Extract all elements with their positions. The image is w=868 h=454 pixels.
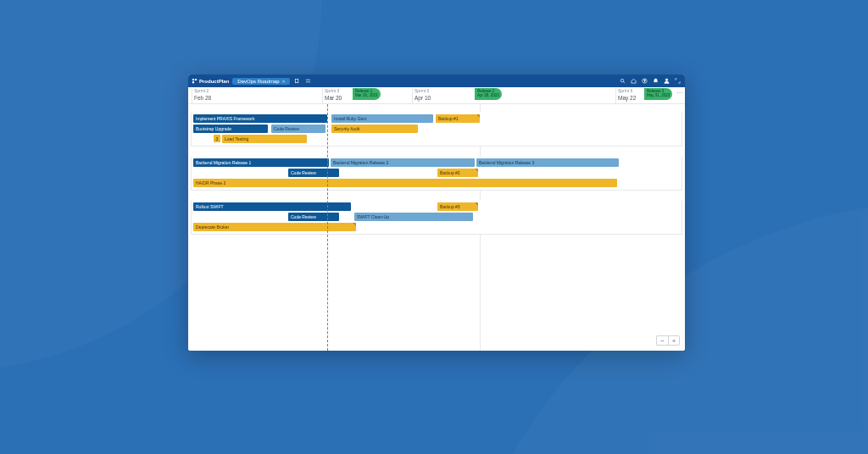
roadmap-bar[interactable]: Backend Migration Release 3 bbox=[476, 158, 619, 167]
zoom-control: − + bbox=[656, 335, 680, 346]
app-window: ProductPlan DevOps Roadmap × ? ⋯ Sprint … bbox=[188, 75, 685, 351]
roadmap-label: DevOps Roadmap bbox=[237, 79, 279, 84]
roadmap-bar[interactable]: Code Review bbox=[271, 125, 326, 133]
chevron-down-icon: ▾ bbox=[191, 106, 193, 112]
help-icon[interactable]: ? bbox=[641, 77, 648, 85]
header-options-icon[interactable]: ⋯ bbox=[676, 89, 683, 97]
roadmap-bar[interactable]: Install Ruby Gem bbox=[331, 114, 433, 123]
roadmap-bar[interactable]: Bootstrap Upgrade bbox=[193, 125, 268, 133]
roadmap-bar[interactable]: Security Audit bbox=[331, 125, 418, 133]
bell-icon[interactable] bbox=[652, 77, 659, 85]
brand-label: ProductPlan bbox=[199, 79, 229, 84]
timeline-header: ⋯ Sprint 2Feb 28Sprint 3Mar 20Sprint 5Ap… bbox=[188, 87, 685, 104]
section-group: Backend Migration Release 1Backend Migra… bbox=[191, 157, 682, 191]
timeline-tick: Sprint 3Mar 20 bbox=[322, 88, 342, 103]
release-marker[interactable]: Release 3May 31, 2023 bbox=[644, 88, 672, 100]
roadmap-bar[interactable]: Deprecate Broker bbox=[193, 223, 356, 231]
roadmap-bar[interactable]: Load Testing bbox=[222, 135, 307, 143]
roadmap-bar[interactable]: Backup #1 bbox=[436, 114, 480, 123]
user-icon[interactable] bbox=[663, 77, 670, 85]
timeline-tick: Sprint 9May 22 bbox=[615, 88, 636, 103]
logo-icon bbox=[192, 78, 198, 84]
roadmap-bar[interactable]: Backend Migration Release 1 bbox=[193, 158, 329, 167]
count-badge[interactable]: 3 bbox=[214, 135, 220, 142]
roadmap-bar[interactable]: Backend Migration Release 2 bbox=[331, 158, 475, 167]
top-bar: ProductPlan DevOps Roadmap × ? bbox=[188, 75, 685, 87]
roadmap-pill[interactable]: DevOps Roadmap × bbox=[232, 78, 290, 85]
section-header[interactable]: ▾Product 1 bbox=[188, 104, 685, 113]
zoom-out-button[interactable]: − bbox=[656, 335, 668, 346]
home-icon[interactable] bbox=[630, 77, 637, 85]
release-marker[interactable]: Release 2Apr 28, 2023 bbox=[475, 88, 502, 100]
copy-icon[interactable] bbox=[293, 77, 301, 85]
svg-rect-0 bbox=[296, 79, 299, 82]
roadmap-bar[interactable]: Implement PRAXIS Framework bbox=[193, 114, 327, 123]
chevron-down-icon: ▾ bbox=[191, 150, 193, 156]
roadmap-bar[interactable]: Rollout SWIFT bbox=[193, 202, 351, 211]
svg-point-1 bbox=[620, 79, 624, 82]
svg-text:?: ? bbox=[644, 80, 646, 83]
section-header[interactable]: ▾Product 3 bbox=[188, 192, 685, 201]
roadmap-bar[interactable]: Backup #3 bbox=[437, 202, 478, 211]
roadmap-bar[interactable]: HA/DR Phase 2 bbox=[193, 179, 617, 187]
roadmap-bar[interactable]: SWIFT Clean-Up bbox=[354, 213, 473, 221]
roadmap-bar[interactable]: Code Review bbox=[288, 169, 339, 177]
close-pill-icon[interactable]: × bbox=[282, 79, 286, 84]
section-group: Rollout SWIFTBackup #3Code ReviewSWIFT C… bbox=[191, 201, 682, 235]
lanes-area: ▾Product 1Implement PRAXIS FrameworkInst… bbox=[188, 104, 685, 351]
section-group: Implement PRAXIS FrameworkInstall Ruby G… bbox=[191, 113, 682, 147]
brand[interactable]: ProductPlan bbox=[192, 78, 229, 84]
section-header[interactable]: ▾Product 2 bbox=[188, 148, 685, 157]
search-icon[interactable] bbox=[619, 77, 626, 85]
roadmap-bar[interactable]: Backup #2 bbox=[437, 169, 478, 177]
roadmap-bar[interactable]: Code Review bbox=[288, 213, 339, 221]
svg-point-4 bbox=[665, 79, 668, 81]
zoom-in-button[interactable]: + bbox=[668, 335, 680, 346]
chevron-down-icon: ▾ bbox=[191, 194, 193, 200]
expand-icon[interactable] bbox=[674, 77, 682, 85]
release-marker[interactable]: Release 1Mar 26, 2023 bbox=[353, 88, 381, 100]
arrows-icon[interactable] bbox=[304, 77, 312, 85]
timeline-tick: Sprint 5Apr 10 bbox=[412, 88, 431, 103]
timeline-tick: Sprint 2Feb 28 bbox=[192, 88, 211, 103]
